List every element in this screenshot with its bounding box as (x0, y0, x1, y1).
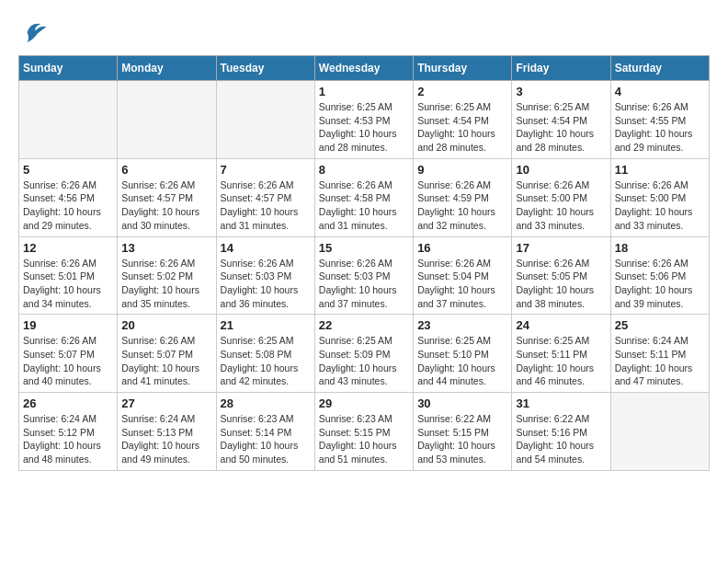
day-info: Sunrise: 6:25 AMSunset: 4:54 PMDaylight:… (516, 100, 606, 155)
day-of-week-header: Thursday (414, 56, 512, 81)
calendar-day-cell: 20Sunrise: 6:26 AMSunset: 5:07 PMDayligh… (118, 315, 216, 393)
calendar-week-row: 5Sunrise: 6:26 AMSunset: 4:56 PMDaylight… (19, 158, 710, 236)
day-number: 24 (516, 318, 606, 332)
day-info: Sunrise: 6:26 AMSunset: 4:55 PMDaylight:… (615, 100, 705, 155)
calendar-day-cell: 25Sunrise: 6:24 AMSunset: 5:11 PMDayligh… (610, 315, 709, 393)
day-info: Sunrise: 6:26 AMSunset: 5:03 PMDaylight:… (319, 257, 409, 311)
day-number: 14 (221, 241, 311, 255)
day-number: 13 (121, 241, 211, 255)
day-info: Sunrise: 6:26 AMSunset: 4:57 PMDaylight:… (221, 178, 311, 233)
day-number: 29 (319, 396, 409, 410)
day-of-week-header: Saturday (610, 56, 709, 81)
day-of-week-header: Tuesday (216, 56, 314, 81)
day-of-week-header: Sunday (19, 56, 118, 81)
logo-icon (20, 18, 48, 46)
day-number: 4 (615, 85, 705, 98)
day-number: 16 (417, 241, 507, 255)
day-info: Sunrise: 6:25 AMSunset: 5:11 PMDaylight:… (516, 334, 606, 388)
day-info: Sunrise: 6:26 AMSunset: 5:04 PMDaylight:… (417, 257, 507, 311)
day-info: Sunrise: 6:26 AMSunset: 4:56 PMDaylight:… (23, 178, 113, 233)
calendar-day-cell (216, 81, 314, 159)
calendar-day-cell: 22Sunrise: 6:25 AMSunset: 5:09 PMDayligh… (314, 315, 413, 393)
calendar-day-cell: 31Sunrise: 6:22 AMSunset: 5:16 PMDayligh… (512, 393, 610, 471)
day-number: 5 (23, 163, 113, 177)
day-number: 23 (417, 318, 507, 332)
calendar-day-cell: 26Sunrise: 6:24 AMSunset: 5:12 PMDayligh… (19, 393, 118, 471)
day-number: 25 (615, 318, 705, 332)
day-info: Sunrise: 6:26 AMSunset: 5:06 PMDaylight:… (615, 257, 705, 311)
day-of-week-header: Wednesday (314, 56, 413, 81)
calendar-day-cell: 8Sunrise: 6:26 AMSunset: 4:58 PMDaylight… (314, 158, 413, 236)
calendar-day-cell: 29Sunrise: 6:23 AMSunset: 5:15 PMDayligh… (314, 393, 413, 471)
calendar-day-cell: 30Sunrise: 6:22 AMSunset: 5:15 PMDayligh… (414, 393, 512, 471)
calendar-day-cell: 27Sunrise: 6:24 AMSunset: 5:13 PMDayligh… (118, 393, 216, 471)
day-info: Sunrise: 6:26 AMSunset: 4:58 PMDaylight:… (319, 178, 409, 233)
day-info: Sunrise: 6:25 AMSunset: 5:10 PMDaylight:… (417, 334, 507, 388)
calendar-day-cell: 11Sunrise: 6:26 AMSunset: 5:00 PMDayligh… (610, 158, 709, 236)
calendar-day-cell: 18Sunrise: 6:26 AMSunset: 5:06 PMDayligh… (610, 236, 709, 315)
day-number: 1 (319, 85, 409, 98)
calendar-week-row: 19Sunrise: 6:26 AMSunset: 5:07 PMDayligh… (19, 315, 710, 393)
day-number: 8 (319, 163, 409, 177)
day-info: Sunrise: 6:26 AMSunset: 5:01 PMDaylight:… (23, 257, 113, 311)
calendar-day-cell: 7Sunrise: 6:26 AMSunset: 4:57 PMDaylight… (216, 158, 314, 236)
day-number: 9 (417, 163, 507, 177)
calendar-day-cell: 19Sunrise: 6:26 AMSunset: 5:07 PMDayligh… (19, 315, 118, 393)
day-number: 12 (23, 241, 113, 255)
day-number: 22 (319, 318, 409, 332)
calendar-day-cell (610, 393, 709, 471)
day-info: Sunrise: 6:22 AMSunset: 5:15 PMDaylight:… (417, 412, 507, 466)
calendar-week-row: 1Sunrise: 6:25 AMSunset: 4:53 PMDaylight… (19, 81, 710, 159)
day-number: 11 (615, 163, 705, 177)
page-header (18, 18, 710, 46)
calendar-day-cell: 28Sunrise: 6:23 AMSunset: 5:14 PMDayligh… (216, 393, 314, 471)
day-info: Sunrise: 6:25 AMSunset: 5:09 PMDaylight:… (319, 334, 409, 388)
day-number: 30 (417, 396, 507, 410)
calendar-week-row: 26Sunrise: 6:24 AMSunset: 5:12 PMDayligh… (19, 393, 710, 471)
calendar-day-cell: 24Sunrise: 6:25 AMSunset: 5:11 PMDayligh… (512, 315, 610, 393)
day-number: 3 (516, 85, 606, 98)
day-number: 27 (121, 396, 211, 410)
calendar-day-cell: 6Sunrise: 6:26 AMSunset: 4:57 PMDaylight… (118, 158, 216, 236)
day-info: Sunrise: 6:23 AMSunset: 5:15 PMDaylight:… (319, 412, 409, 466)
day-number: 20 (121, 318, 211, 332)
day-info: Sunrise: 6:25 AMSunset: 4:54 PMDaylight:… (417, 100, 507, 155)
day-info: Sunrise: 6:26 AMSunset: 4:57 PMDaylight:… (121, 178, 211, 233)
calendar-day-cell: 10Sunrise: 6:26 AMSunset: 5:00 PMDayligh… (512, 158, 610, 236)
day-number: 6 (121, 163, 211, 177)
day-info: Sunrise: 6:25 AMSunset: 4:53 PMDaylight:… (319, 100, 409, 155)
calendar-day-cell: 17Sunrise: 6:26 AMSunset: 5:05 PMDayligh… (512, 236, 610, 315)
day-number: 17 (516, 241, 606, 255)
day-info: Sunrise: 6:26 AMSunset: 5:07 PMDaylight:… (23, 334, 113, 388)
day-info: Sunrise: 6:24 AMSunset: 5:11 PMDaylight:… (615, 334, 705, 388)
day-number: 15 (319, 241, 409, 255)
day-info: Sunrise: 6:26 AMSunset: 4:59 PMDaylight:… (417, 178, 507, 233)
calendar-day-cell: 2Sunrise: 6:25 AMSunset: 4:54 PMDaylight… (414, 81, 512, 159)
day-info: Sunrise: 6:26 AMSunset: 5:02 PMDaylight:… (121, 257, 211, 311)
day-info: Sunrise: 6:26 AMSunset: 5:05 PMDaylight:… (516, 257, 606, 311)
calendar-day-cell (118, 81, 216, 159)
day-number: 28 (221, 396, 311, 410)
calendar-day-cell: 12Sunrise: 6:26 AMSunset: 5:01 PMDayligh… (19, 236, 118, 315)
calendar-day-cell: 23Sunrise: 6:25 AMSunset: 5:10 PMDayligh… (414, 315, 512, 393)
day-info: Sunrise: 6:23 AMSunset: 5:14 PMDaylight:… (221, 412, 311, 466)
calendar-table: SundayMondayTuesdayWednesdayThursdayFrid… (18, 55, 710, 471)
day-number: 19 (23, 318, 113, 332)
calendar-day-cell: 4Sunrise: 6:26 AMSunset: 4:55 PMDaylight… (610, 81, 709, 159)
day-info: Sunrise: 6:26 AMSunset: 5:07 PMDaylight:… (121, 334, 211, 388)
day-number: 31 (516, 396, 606, 410)
day-of-week-header: Monday (118, 56, 216, 81)
logo (18, 18, 48, 46)
calendar-day-cell: 5Sunrise: 6:26 AMSunset: 4:56 PMDaylight… (19, 158, 118, 236)
day-info: Sunrise: 6:25 AMSunset: 5:08 PMDaylight:… (221, 334, 311, 388)
day-info: Sunrise: 6:24 AMSunset: 5:12 PMDaylight:… (23, 412, 113, 466)
calendar-day-cell: 1Sunrise: 6:25 AMSunset: 4:53 PMDaylight… (314, 81, 413, 159)
day-number: 7 (221, 163, 311, 177)
calendar-week-row: 12Sunrise: 6:26 AMSunset: 5:01 PMDayligh… (19, 236, 710, 315)
calendar-day-cell: 15Sunrise: 6:26 AMSunset: 5:03 PMDayligh… (314, 236, 413, 315)
day-info: Sunrise: 6:26 AMSunset: 5:00 PMDaylight:… (615, 178, 705, 233)
day-number: 18 (615, 241, 705, 255)
calendar-day-cell: 13Sunrise: 6:26 AMSunset: 5:02 PMDayligh… (118, 236, 216, 315)
calendar-header-row: SundayMondayTuesdayWednesdayThursdayFrid… (19, 56, 710, 81)
day-info: Sunrise: 6:24 AMSunset: 5:13 PMDaylight:… (121, 412, 211, 466)
